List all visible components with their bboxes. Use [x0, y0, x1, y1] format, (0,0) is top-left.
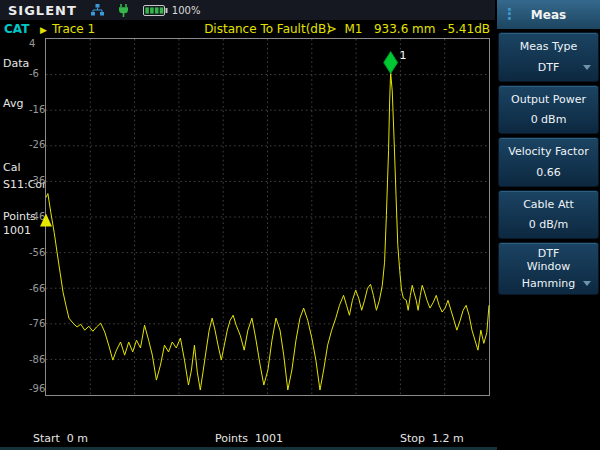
- y-axis-tick-label: -36: [29, 175, 45, 186]
- y-axis-tick-label: -96: [29, 383, 45, 394]
- y-axis-tick-label: -66: [29, 283, 45, 294]
- sidebar-item-points-value: 1001: [3, 224, 31, 237]
- top-status-bar: SIGLENT: [0, 0, 495, 20]
- y-axis-labels: 4-6-16-26-36-46-56-66-76-86-96: [29, 38, 44, 396]
- softkey-menu: ⋮ Meas Meas Type DTF Output Power 0 dBm …: [497, 0, 600, 450]
- trace-info-bar: CAT ▶Trace 1 Distance To Fault(dB) > M1 …: [0, 21, 495, 37]
- cable-att-button[interactable]: Cable Att 0 dB/m: [498, 190, 599, 239]
- velocity-factor-label: Velocity Factor: [499, 145, 598, 158]
- y-axis-tick-label: -26: [29, 139, 45, 150]
- marker-readout: > M1 933.6 mm -5.41dB: [327, 21, 490, 37]
- status-column-left: Start 0 m F_Start 100 kHz Resolution 13.…: [33, 401, 147, 450]
- brand-logo: SIGLENT: [8, 3, 77, 18]
- meas-type-button[interactable]: Meas Type DTF: [498, 32, 599, 82]
- chevron-down-icon: [583, 65, 591, 70]
- output-power-button[interactable]: Output Power 0 dBm: [498, 85, 599, 134]
- y-axis-tick-label: -56: [29, 247, 45, 258]
- mode-indicator: CAT: [4, 21, 29, 37]
- status-column-center: Points 1001 Output Power 0 dBm Cable Los…: [215, 401, 333, 450]
- battery-percent: 100%: [172, 5, 201, 16]
- status-start: Start 0 m: [33, 431, 147, 446]
- output-power-value: 0 dBm: [531, 113, 567, 126]
- battery-icon: [143, 5, 168, 16]
- cable-att-value: 0 dB/m: [529, 218, 568, 231]
- y-axis-tick-label: -86: [29, 354, 45, 365]
- sidebar-item-data: Data: [3, 57, 29, 70]
- menu-title: Meas: [531, 8, 566, 22]
- grid-lines: [46, 39, 489, 395]
- dtf-chart: 1: [46, 39, 489, 395]
- instrument-screen: SIGLENT: [0, 0, 600, 450]
- sidebar-item-cal: Cal: [3, 161, 20, 174]
- dtf-window-label: DTF Window: [523, 247, 575, 273]
- y-axis-tick-label: -16: [29, 104, 45, 115]
- menu-header[interactable]: ⋮ Meas: [497, 0, 600, 29]
- status-points: Points 1001: [215, 431, 333, 446]
- cable-att-label: Cable Att: [499, 198, 598, 211]
- meas-type-label: Meas Type: [499, 40, 598, 53]
- velocity-factor-button[interactable]: Velocity Factor 0.66: [498, 137, 599, 187]
- chevron-down-icon: [583, 281, 591, 286]
- dtf-window-button[interactable]: DTF Window Hamming: [498, 242, 599, 295]
- y-axis-tick-label: 4: [29, 38, 35, 49]
- output-power-label: Output Power: [499, 93, 598, 106]
- power-plug-icon: [118, 4, 129, 17]
- marker-m1-number: 1: [400, 49, 407, 62]
- meas-type-value: DTF: [538, 61, 560, 74]
- velocity-factor-value: 0.66: [536, 166, 561, 179]
- y-axis-tick-label: -76: [29, 318, 45, 329]
- dtf-window-value: Hamming: [522, 277, 575, 290]
- menu-dots-icon: ⋮: [502, 4, 517, 24]
- chart-plot-area[interactable]: 1: [45, 38, 490, 396]
- sidebar-item-avg: Avg: [3, 97, 23, 110]
- y-axis-tick-label: -6: [29, 68, 39, 79]
- marker-m1-diamond[interactable]: [384, 52, 398, 74]
- lan-icon: [91, 4, 104, 16]
